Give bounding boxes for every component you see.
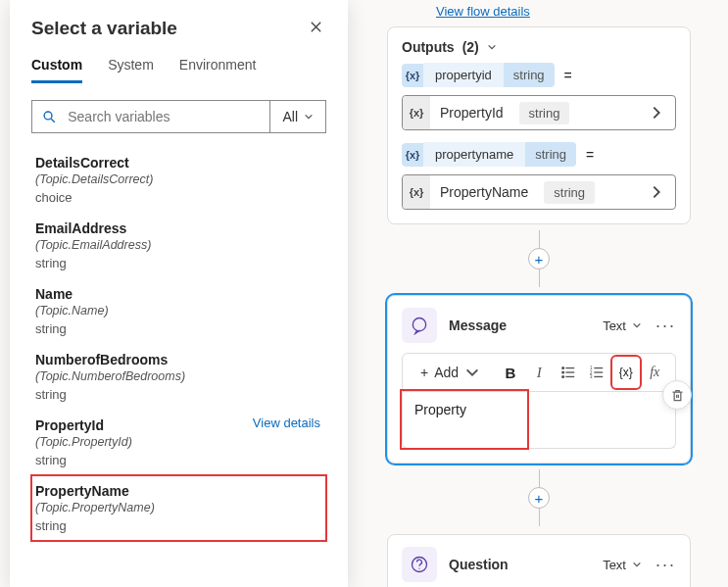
equals-text: = [584,147,596,163]
search-icon [42,109,56,124]
output-setvar-picker[interactable]: {x} PropertyName string [402,174,676,210]
close-icon [309,20,323,34]
search-scope-dropdown[interactable]: All [269,101,325,132]
message-body-text: Property [414,402,466,417]
tab-environment[interactable]: Environment [179,49,257,83]
question-type-dropdown[interactable]: Text [603,558,642,572]
message-type-dropdown[interactable]: Text [603,318,642,333]
variable-panel: Select a variable Custom System Environm… [10,0,348,587]
delete-variation-button[interactable] [662,380,692,410]
svg-point-19 [44,112,52,120]
output-var-pill[interactable]: {x} propertyname string [402,142,576,167]
output-pill-row: {x} propertyname string = [402,142,676,167]
variable-topic: (Topic.PropertyName) [35,501,322,514]
variable-panel-title: Select a variable [31,18,177,39]
variable-item[interactable]: PropertyName (Topic.PropertyName) string [31,475,326,541]
setvar-type: string [544,181,595,204]
toolbar-bold-button[interactable]: B [498,358,522,387]
variable-topic: (Topic.EmailAddress) [35,238,322,252]
node-connector: + [358,469,720,526]
variable-type: string [35,321,322,336]
equals-text: = [562,68,574,83]
variable-name: NumberofBedrooms [35,352,322,367]
setvar-name: PropertyId [430,105,513,121]
outputs-count: (2) [462,39,479,55]
outputs-title: Outputs [402,39,455,55]
svg-point-16 [418,568,419,569]
close-button[interactable] [305,19,326,39]
variable-topic: (Topic.DetailsCorrect) [35,172,322,186]
output-var-type: string [525,142,576,167]
question-node-header: Question Text ··· [402,547,676,582]
svg-point-1 [562,367,564,369]
variable-glyph-icon: {x} [402,64,423,87]
add-node-button[interactable]: + [528,248,550,269]
tab-system[interactable]: System [108,49,154,83]
variable-search-box[interactable] [32,101,269,132]
variable-type: string [35,453,322,467]
output-var-name: propertyname [423,142,525,167]
outputs-title-row[interactable]: Outputs (2) [402,39,676,55]
chevron-down-icon [487,42,497,52]
view-flow-details-link[interactable]: View flow details [436,4,530,19]
message-more-menu[interactable]: ··· [655,316,676,336]
toolbar-numbered-list-button[interactable]: 123 [585,358,609,387]
chevron-down-icon [632,560,642,569]
variable-type: choice [35,190,322,205]
variable-list: DetailsCorrect (Topic.DetailsCorrect) ch… [31,147,326,541]
view-details-link[interactable]: View details [253,416,320,430]
variable-type: string [35,387,322,402]
variable-scope-tabs: Custom System Environment [31,49,326,84]
toolbar-formula-button[interactable]: fx [643,358,667,387]
toolbar-bullet-list-button[interactable] [556,358,580,387]
variable-topic: (Topic.NumberofBedrooms) [35,369,322,383]
question-type-label: Text [603,558,626,572]
output-pill-row: {x} propertyid string = [402,63,676,87]
toolbar-insert-variable-button[interactable]: {x} [613,358,638,387]
message-icon [402,308,437,343]
variable-name: PropertyName [35,483,322,499]
top-link-area: View flow details [387,0,691,26]
question-more-menu[interactable]: ··· [655,555,676,575]
question-node[interactable]: Question Text ··· What date and time do … [387,534,691,587]
svg-point-0 [413,318,425,331]
variable-glyph-icon: {x} [403,96,430,129]
search-input[interactable] [66,108,260,125]
chevron-down-icon [632,320,642,330]
toolbar-add-label: Add [434,365,459,380]
toolbar-italic-button[interactable]: I [527,358,552,387]
search-scope-label: All [282,109,298,124]
variable-glyph-icon: {x} [403,175,430,209]
variable-item[interactable]: View details PropertyId (Topic.PropertyI… [31,410,326,475]
chevron-right-icon [648,104,665,122]
variable-name: Name [35,286,322,302]
setvar-type: string [519,102,570,124]
tab-custom[interactable]: Custom [31,49,82,83]
variable-item[interactable]: DetailsCorrect (Topic.DetailsCorrect) ch… [31,147,326,213]
toolbar-add-button[interactable]: + Add [411,358,490,387]
authoring-canvas: View flow details Outputs (2) {x} proper… [358,0,720,587]
message-node[interactable]: Message Text ··· + Add B I 123 [387,295,691,464]
chevron-down-icon [304,112,314,122]
variable-name: DetailsCorrect [35,155,322,171]
svg-point-3 [562,371,564,373]
outputs-card: Outputs (2) {x} propertyid string = {x} … [387,26,691,224]
variable-topic: (Topic.PropertyId) [35,435,322,449]
output-setvar-picker[interactable]: {x} PropertyId string [402,95,676,130]
output-var-type: string [504,63,555,87]
variable-topic: (Topic.Name) [35,304,322,318]
add-node-button[interactable]: + [528,487,550,509]
svg-line-20 [51,119,55,122]
variable-item[interactable]: NumberofBedrooms (Topic.NumberofBedrooms… [31,344,326,410]
output-var-pill[interactable]: {x} propertyid string [402,63,555,87]
message-body-editor[interactable]: Property [402,392,676,449]
annotation-box [402,391,527,448]
variable-item[interactable]: EmailAddress (Topic.EmailAddress) string [31,213,326,278]
variable-item[interactable]: Name (Topic.Name) string [31,278,326,344]
message-node-title: Message [449,318,591,333]
variable-name: EmailAddress [35,220,322,236]
question-node-title: Question [449,557,591,572]
question-icon [402,547,437,582]
message-toolbar: + Add B I 123 {x} fx [402,353,676,392]
svg-point-5 [562,376,564,378]
